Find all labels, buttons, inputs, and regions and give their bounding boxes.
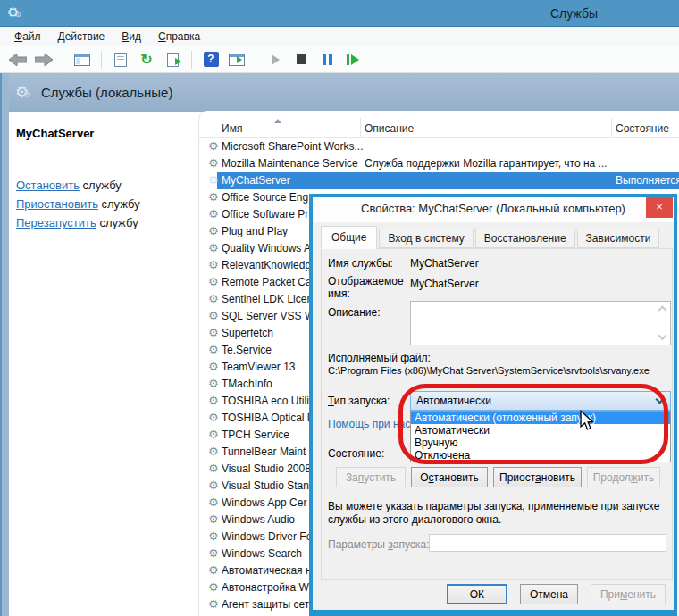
pause-service-button[interactable]: Приостановить xyxy=(493,467,582,487)
executable-label: Исполняемый файл: xyxy=(328,352,431,364)
cancel-button[interactable]: Отмена xyxy=(520,584,578,604)
ok-button[interactable]: ОК xyxy=(447,584,507,604)
pause-service-icon[interactable] xyxy=(317,50,337,70)
header-band: ⚙⚙ Службы (локальные) xyxy=(0,73,679,112)
properties-dialog: Свойства: MyChatServer (Локальный компью… xyxy=(309,194,677,616)
params-label: Параметры запуска: xyxy=(328,538,429,551)
service-gear-icon: ⚙ xyxy=(208,241,219,255)
start-service-button: Запустить xyxy=(336,467,406,487)
service-action-suffix: службу xyxy=(98,197,140,211)
stop-service-icon[interactable] xyxy=(291,50,311,70)
dialog-tab[interactable]: Восстановление xyxy=(475,229,575,248)
menu-item[interactable]: Вид xyxy=(119,29,144,45)
dialog-tab[interactable]: Общие xyxy=(321,226,377,249)
service-name-cell: Windows App Cer xyxy=(222,496,306,509)
resume-service-icon[interactable] xyxy=(343,50,363,70)
service-name-cell: Sentinel LDK Licen xyxy=(222,293,313,305)
column-header-state[interactable]: Состояние xyxy=(616,122,669,135)
dialog-tab[interactable]: Зависимости xyxy=(577,229,660,248)
service-action-link[interactable]: Перезапустить xyxy=(16,216,96,229)
service-name-cell: SQL Server VSS Wr xyxy=(222,310,318,322)
service-name-cell: Plug and Play xyxy=(222,225,288,237)
services-gear-icon: ⚙⚙ xyxy=(15,83,31,102)
service-gear-icon: ⚙ xyxy=(208,580,219,595)
show-action-pane-icon[interactable] xyxy=(227,50,247,70)
column-divider[interactable] xyxy=(611,118,612,137)
toolbar-separator xyxy=(101,51,102,69)
dialog-footer: ОКОтменаПрименить xyxy=(447,584,666,604)
description-label: Описание: xyxy=(328,306,381,319)
refresh-icon[interactable]: ↻ xyxy=(137,50,156,70)
help-icon[interactable]: ? xyxy=(201,50,221,70)
column-header-description[interactable]: Описание xyxy=(365,122,414,135)
menu-item[interactable]: Действие xyxy=(55,29,108,45)
service-action-link[interactable]: Остановить xyxy=(16,179,80,192)
show-console-tree-icon[interactable] xyxy=(72,50,92,70)
service-name-cell: MyChatServer xyxy=(222,174,290,187)
column-header-name[interactable]: Имя xyxy=(222,122,242,135)
service-gear-icon: ⚙ xyxy=(208,360,219,374)
service-name-cell: Remote Packet Ca xyxy=(222,276,312,288)
service-name-cell: Office Source Eng xyxy=(222,191,308,204)
toolbar-separator xyxy=(256,51,256,69)
service-name-cell: Windows Audio xyxy=(222,513,295,526)
startup-help-link[interactable]: Помощь при нас xyxy=(328,418,410,430)
properties-icon[interactable] xyxy=(111,50,130,70)
service-name-cell: Автонастройка W xyxy=(222,581,309,594)
service-gear-icon: ⚙ xyxy=(208,292,219,306)
service-action-link[interactable]: Приостановить xyxy=(16,197,98,211)
close-icon[interactable]: × xyxy=(646,197,673,218)
service-description-cell: Служба поддержки Mozilla гарантирует, чт… xyxy=(365,157,608,170)
service-name-cell: Mozilla Maintenance Service xyxy=(222,157,358,170)
menu-item[interactable]: Справка xyxy=(155,29,203,45)
forward-icon[interactable] xyxy=(34,50,54,70)
service-state-cell: Выполняется xyxy=(616,174,679,187)
service-action: Остановить службу xyxy=(16,176,198,195)
title-bar: ⚙⚙ Службы xyxy=(0,0,679,27)
service-row[interactable]: ⚙ Microsoft SharePoint Works... xyxy=(199,138,679,155)
dialog-tab[interactable]: Вход в систему xyxy=(379,229,473,248)
service-gear-icon: ⚙ xyxy=(208,377,219,391)
service-row[interactable]: ⚙ Mozilla Maintenance Service Служба под… xyxy=(199,155,679,172)
scroll-up-icon[interactable] xyxy=(659,304,667,312)
service-gear-icon: ⚙ xyxy=(208,563,219,578)
service-action-suffix: службу xyxy=(96,216,138,229)
service-gear-icon: ⚙ xyxy=(208,462,219,476)
service-action: Перезапустить службу xyxy=(16,213,198,232)
service-name-cell: TPCH Service xyxy=(222,429,289,441)
service-name-cell: TOSHIBA eco Utilit xyxy=(222,395,312,407)
column-divider[interactable] xyxy=(360,118,361,137)
resume-service-button: Продолжить xyxy=(587,467,660,487)
back-icon[interactable] xyxy=(8,50,28,70)
list-column-header: Имя Описание Состояние xyxy=(199,118,679,138)
service-name-cell: TeamViewer 13 xyxy=(222,361,296,373)
dropdown-option[interactable]: Вручную xyxy=(411,437,670,449)
service-gear-icon: ⚙ xyxy=(208,258,219,272)
toolbar-separator xyxy=(191,51,192,69)
service-gear-icon: ⚙ xyxy=(208,207,219,221)
page-title: Службы (локальные) xyxy=(41,85,172,100)
service-gear-icon: ⚙ xyxy=(208,597,219,612)
dropdown-option[interactable]: Отключена xyxy=(411,449,670,462)
apply-button: Применить xyxy=(591,584,666,604)
dialog-title-bar: Свойства: MyChatServer (Локальный компью… xyxy=(313,197,674,222)
sort-ascending-icon xyxy=(274,119,281,123)
export-list-icon[interactable] xyxy=(163,50,182,70)
description-textarea[interactable] xyxy=(410,301,671,345)
scroll-down-icon[interactable] xyxy=(659,334,667,342)
service-gear-icon: ⚙ xyxy=(208,343,219,357)
menu-item[interactable]: Файл xyxy=(12,29,44,45)
service-name-cell: TMachInfo xyxy=(222,378,272,390)
stop-service-button[interactable]: Остановить xyxy=(411,467,488,487)
startup-type-combobox[interactable]: Автоматически xyxy=(410,391,671,411)
service-name-cell: Te.Service xyxy=(222,344,272,356)
dropdown-option[interactable]: Автоматически xyxy=(411,424,670,437)
service-name-cell: Office Software Pr xyxy=(222,208,308,221)
dropdown-option[interactable]: Автоматически (отложенный запуск) xyxy=(411,412,670,424)
service-gear-icon: ⚙ xyxy=(208,173,219,187)
service-name-cell: TunnelBear Maint xyxy=(222,445,306,458)
services-app-icon: ⚙⚙ xyxy=(7,4,22,21)
service-row[interactable]: ⚙ MyChatServer Выполняется xyxy=(199,172,679,189)
display-name-value: MyChatServer xyxy=(410,278,479,290)
service-name-cell: Superfetch xyxy=(222,327,273,339)
